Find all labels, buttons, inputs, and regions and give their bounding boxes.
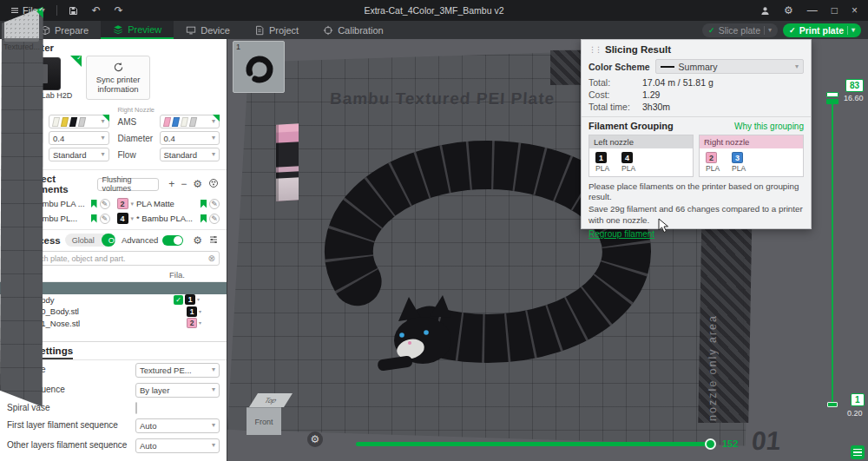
other-layers-sequence-select[interactable]: Auto ▾ [135,438,220,453]
filament-settings-icon[interactable]: ⚙ [192,179,203,189]
top-layer-number: 83 [845,79,864,92]
close-button[interactable]: × [846,3,863,17]
filament-assignment-chip[interactable]: 1 [187,306,197,317]
ams-select-left[interactable]: ▾ [49,115,109,128]
stat-cost: Cost: 1.29 [582,89,811,101]
tab-calibration[interactable]: Calibration [311,21,396,39]
filament-slot-4[interactable]: 4 ▾ * Bambu PLA... ✎ [117,213,220,224]
sequence-slider[interactable]: 152 [356,442,713,446]
plate-thumbnail[interactable]: 1 [233,41,285,93]
color-scheme-select[interactable]: Summary ▾ [655,59,804,74]
process-settings-icon[interactable]: ⚙ [192,235,203,246]
viewport-settings-button[interactable]: ⚙ [307,431,323,447]
flow-select-left[interactable]: Standard ▾ [49,148,109,161]
drag-handle-icon[interactable]: ⋮⋮ [589,45,601,54]
undo-button[interactable]: ↶ [87,3,106,17]
setting-label: First layer filament sequence [7,420,130,431]
filament-slot-2[interactable]: 2 ▾ PLA Matte ✎ [117,198,220,209]
print-sequence-select[interactable]: By layer ▾ [135,383,220,398]
stat-time: Total time: 3h30m [582,101,811,113]
setting-value: Auto [140,421,157,431]
user-account-button[interactable] [755,4,775,17]
object-checkbox[interactable]: ✓ [174,295,183,305]
edit-filament-icon[interactable]: ✎ [100,214,110,224]
filament-color-chip[interactable]: 2 [117,198,128,209]
tab-device[interactable]: Device [174,21,242,39]
clear-search-icon[interactable]: ⊗ [208,254,215,263]
why-grouping-link[interactable]: Why this grouping [734,122,804,131]
filament-swatch [188,117,196,127]
tuning-sliders-icon[interactable] [207,234,220,247]
scope-global-option[interactable]: Global [65,234,102,247]
ams-select-right[interactable]: ▾ [160,115,220,128]
caret-down-icon: ▾ [212,422,215,429]
tab-label: Project [269,25,299,36]
view-cube-top-face[interactable]: Top [249,393,293,407]
regroup-filament-link[interactable]: Regroup filament [589,229,654,239]
edit-filament-icon[interactable]: ✎ [100,199,110,209]
flushing-volumes-button[interactable]: Flushing volumes [97,178,160,191]
caret-down-icon: ▾ [131,201,135,207]
settings-button[interactable]: ⚙ [779,3,799,17]
left-nozzle-title: Left nozzle [589,135,693,148]
prime-tower-model[interactable] [276,123,299,201]
layer-slider-upper-handle-2[interactable] [826,99,838,104]
diameter-select-right[interactable]: 0.4 ▾ [160,131,220,145]
diameter-select-left[interactable]: 0.4 ▾ [49,131,109,145]
build-plate-card[interactable]: Textured... [0,39,43,415]
layer-slider-upper-handle[interactable] [826,92,838,97]
advanced-toggle[interactable] [162,235,183,246]
caret-down-icon: ▾ [212,135,215,142]
minimize-button[interactable]: — [802,3,823,17]
caret-down-icon[interactable]: ▾ [852,27,855,34]
slice-plate-button[interactable]: ✓ Slice plate ▾ [702,23,778,37]
setting-label: Spiral vase [7,403,130,413]
assembly-view-button[interactable] [851,445,865,459]
setting-label: Other layers filament sequence [7,440,130,451]
search-input[interactable] [23,254,205,263]
caret-down-icon: ▾ [199,309,201,314]
minimize-icon: — [807,5,818,16]
caret-down-icon[interactable]: ▾ [768,27,772,34]
redo-button[interactable]: ↷ [109,3,128,17]
tab-preview[interactable]: Preview [101,21,174,39]
layer-slider-track[interactable] [832,100,833,405]
sync-printer-label: Sync printer information [89,76,147,95]
scope-objects-option[interactable]: Objects [102,234,115,247]
cost-label: Cost: [589,89,642,100]
view-cube-front-face[interactable]: Front [247,407,281,435]
filament-name: * Bambu PLA... [136,214,198,223]
sync-printer-button[interactable]: Sync printer information [86,56,150,100]
remove-filament-button[interactable]: − [180,179,187,189]
bambu-badge-icon [201,200,207,208]
first-layer-sequence-select[interactable]: Auto ▾ [135,418,220,433]
maximize-button[interactable]: □ [826,3,843,17]
edit-filament-icon[interactable]: ✎ [209,214,220,224]
color-palette-icon[interactable] [207,178,220,190]
add-filament-button[interactable]: + [168,179,175,189]
flow-select-right[interactable]: Standard ▾ [160,148,220,161]
print-plate-button[interactable]: ✓ Print plate ▾ [783,23,861,37]
part-row-label: 01_Nose.stl [36,319,80,328]
save-button[interactable] [63,4,83,17]
filament-assignment-chip[interactable]: 2 [187,318,197,328]
tab-project[interactable]: Project [242,21,311,39]
view-cube[interactable]: Top Front [247,393,292,435]
sequence-slider-track[interactable] [356,442,713,446]
filament-assignment-chip[interactable]: 1 [185,294,195,305]
edit-filament-icon[interactable]: ✎ [209,199,220,209]
spiral-vase-checkbox[interactable] [135,402,137,414]
sequence-slider-handle[interactable] [705,438,716,450]
right-nozzle-title: Right nozzle [700,135,803,148]
filament-color-chip: 2 [706,152,717,163]
color-scheme-value: Summary [679,62,718,72]
viewport-3d[interactable]: Bambu Textured PEI Plate nozzle only are… [227,39,868,461]
caret-down-icon: ▾ [212,151,215,158]
file-menu[interactable]: File ▾ [5,3,50,17]
layer-slider-lower-handle[interactable] [827,402,838,407]
project-icon [254,25,265,36]
savings-note: Save 29g filament and 66 changes compare… [582,202,811,225]
filament-color-chip[interactable]: 4 [117,213,128,224]
undo-icon: ↶ [92,5,101,16]
plate-type-select[interactable]: Textured PE... ▾ [135,363,220,378]
